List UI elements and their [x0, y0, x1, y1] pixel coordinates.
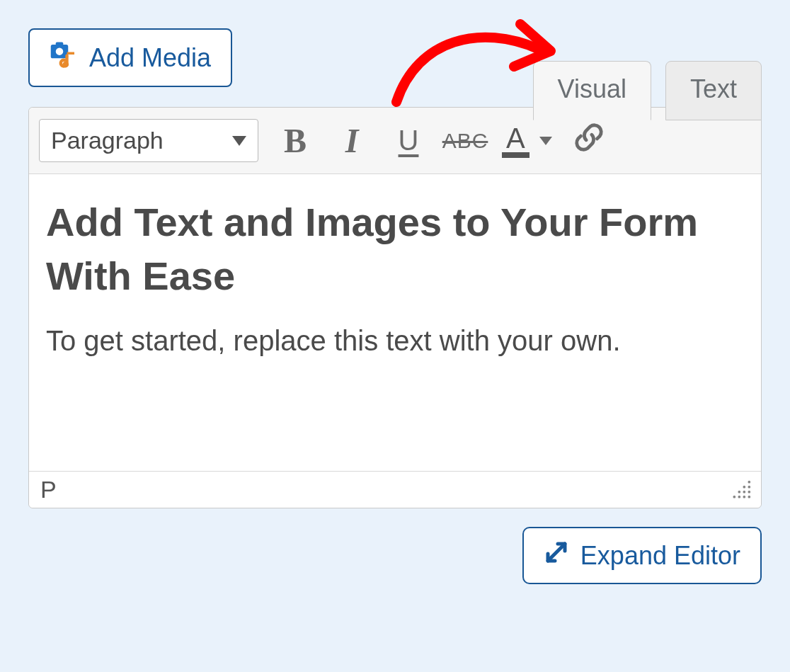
- expand-editor-label: Expand Editor: [580, 541, 740, 571]
- text-color-letter: A: [502, 124, 529, 158]
- tab-text-label: Text: [690, 74, 737, 103]
- svg-point-3: [62, 62, 69, 68]
- expand-editor-button[interactable]: Expand Editor: [522, 527, 762, 584]
- link-icon: [573, 121, 605, 161]
- resize-handle[interactable]: [733, 479, 752, 501]
- svg-point-10: [748, 495, 750, 498]
- svg-point-4: [748, 480, 750, 483]
- underline-button[interactable]: U: [389, 121, 428, 161]
- text-color-button[interactable]: A: [502, 124, 552, 158]
- wysiwyg-editor: Paragraph B I U ABC A Add Text a: [28, 107, 762, 508]
- svg-rect-2: [56, 42, 64, 46]
- add-media-label: Add Media: [89, 43, 211, 73]
- content-heading: Add Text and Images to Your Form With Ea…: [46, 195, 744, 302]
- tab-visual-label: Visual: [558, 74, 626, 103]
- svg-point-9: [738, 490, 740, 493]
- insert-link-button[interactable]: [569, 121, 609, 161]
- svg-point-1: [56, 47, 64, 55]
- expand-icon: [544, 540, 569, 571]
- chevron-down-icon: [232, 136, 246, 146]
- element-path[interactable]: P: [40, 476, 57, 503]
- svg-point-7: [748, 490, 750, 493]
- svg-point-11: [743, 495, 745, 498]
- tab-text[interactable]: Text: [665, 61, 762, 120]
- editor-content-area[interactable]: Add Text and Images to Your Form With Ea…: [29, 174, 761, 472]
- svg-point-6: [743, 485, 745, 488]
- format-dropdown-label: Paragraph: [51, 127, 164, 154]
- content-paragraph: To get started, replace this text with y…: [46, 325, 744, 357]
- svg-point-5: [748, 485, 750, 488]
- svg-point-12: [738, 495, 740, 498]
- bold-button[interactable]: B: [275, 121, 315, 161]
- editor-status-bar: P: [29, 472, 761, 508]
- tab-visual[interactable]: Visual: [533, 61, 651, 120]
- format-dropdown[interactable]: Paragraph: [39, 119, 258, 162]
- svg-point-8: [743, 490, 745, 493]
- chevron-down-icon: [539, 137, 552, 145]
- add-media-button[interactable]: Add Media: [28, 28, 232, 87]
- strikethrough-button[interactable]: ABC: [445, 121, 485, 161]
- editor-tabs: Visual Text: [533, 61, 762, 120]
- camera-music-icon: [50, 40, 79, 76]
- italic-button[interactable]: I: [332, 121, 372, 161]
- svg-point-13: [733, 495, 735, 498]
